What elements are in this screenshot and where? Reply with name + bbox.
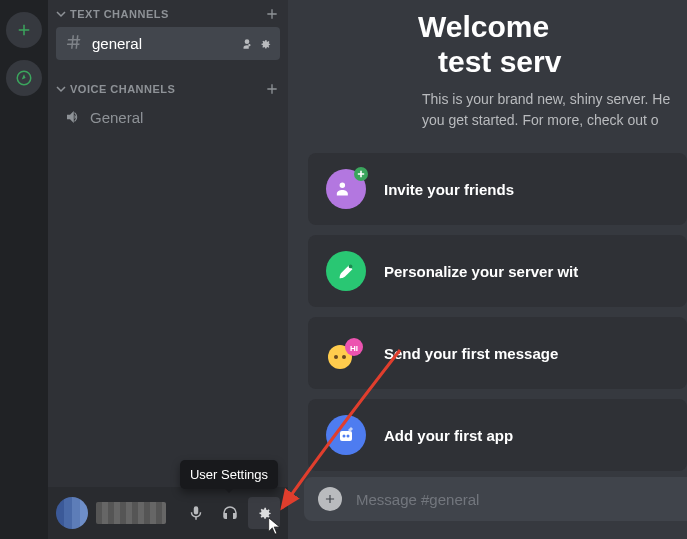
message-composer[interactable]: Message #general [304, 477, 687, 521]
channel-sidebar: TEXT CHANNELS general VOICE CHANNELS Gen… [48, 0, 288, 539]
plus-icon [323, 492, 337, 506]
voice-channels-label: VOICE CHANNELS [70, 83, 175, 95]
hash-icon [64, 33, 84, 54]
chevron-down-icon [56, 9, 66, 19]
tooltip-user-settings: User Settings [180, 460, 278, 489]
mic-icon [187, 504, 205, 522]
voice-channel-general[interactable]: General [56, 102, 280, 132]
welcome-title: Welcome test serv [418, 10, 687, 79]
add-server-button[interactable] [6, 12, 42, 48]
card-personalize[interactable]: Personalize your server wit [308, 235, 687, 307]
svg-text:HI: HI [350, 344, 358, 353]
card-text: Invite your friends [384, 181, 514, 198]
add-text-channel-icon[interactable] [264, 6, 280, 22]
chat-icon: HI [326, 333, 366, 373]
gear-icon [255, 504, 273, 522]
welcome-subtitle: This is your brand new, shiny server. He… [418, 89, 687, 131]
user-info[interactable] [56, 497, 176, 529]
svg-point-8 [343, 435, 346, 438]
text-channels-header[interactable]: TEXT CHANNELS [48, 0, 288, 26]
mute-button[interactable] [180, 497, 212, 529]
channel-name: general [92, 35, 232, 52]
card-first-message[interactable]: HI Send your first message [308, 317, 687, 389]
svg-point-1 [349, 265, 353, 269]
card-text: Add your first app [384, 427, 513, 444]
speaker-icon [64, 108, 82, 126]
invite-icon[interactable] [240, 37, 254, 51]
card-invite-friends[interactable]: Invite your friends [308, 153, 687, 225]
user-panel: User Settings [48, 487, 288, 539]
add-voice-channel-icon[interactable] [264, 81, 280, 97]
chevron-down-icon [56, 84, 66, 94]
headphones-icon [221, 504, 239, 522]
onboarding-cards: Invite your friends Personalize your ser… [308, 153, 687, 471]
server-rail [0, 0, 48, 539]
composer-placeholder: Message #general [356, 491, 479, 508]
svg-point-6 [342, 355, 346, 359]
explore-button[interactable] [6, 60, 42, 96]
main-content: Welcome test serv This is your brand new… [288, 0, 687, 539]
voice-channel-name: General [90, 109, 143, 126]
card-text: Personalize your server wit [384, 263, 578, 280]
svg-rect-7 [340, 431, 352, 441]
username-redacted [96, 502, 166, 524]
card-text: Send your first message [384, 345, 558, 362]
gear-icon[interactable] [258, 37, 272, 51]
invite-icon [326, 169, 366, 209]
card-first-app[interactable]: Add your first app [308, 399, 687, 471]
paint-icon [326, 251, 366, 291]
svg-point-9 [347, 435, 350, 438]
attach-button[interactable] [318, 487, 342, 511]
svg-point-5 [334, 355, 338, 359]
user-settings-button[interactable]: User Settings [248, 497, 280, 529]
voice-channels-header[interactable]: VOICE CHANNELS [48, 75, 288, 101]
deafen-button[interactable] [214, 497, 246, 529]
text-channels-label: TEXT CHANNELS [70, 8, 169, 20]
avatar [56, 497, 88, 529]
channel-general[interactable]: general [56, 27, 280, 60]
robot-icon [326, 415, 366, 455]
